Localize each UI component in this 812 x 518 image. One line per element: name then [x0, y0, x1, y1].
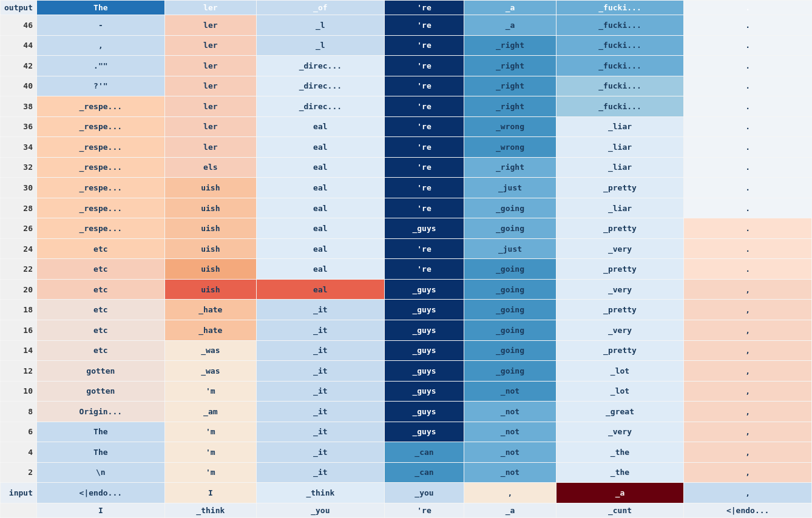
table-row: 44,ler_l're_right_fucki.... — [1, 35, 812, 56]
cell-0-4: _a — [464, 15, 556, 36]
footer-label-1: _think — [164, 503, 256, 518]
cell-21-6: , — [684, 442, 812, 463]
cell-15-3: _guys — [384, 320, 464, 340]
cell-11-6: . — [684, 238, 812, 259]
cell-5-0: _respe... — [37, 116, 165, 137]
cell-20-3: _guys — [384, 422, 464, 442]
cell-4-3: 're — [384, 96, 464, 117]
row-label-26: 26 — [1, 218, 37, 239]
cell-16-1: _was — [164, 340, 256, 361]
cell-1-0: , — [37, 35, 165, 56]
cell-20-5: _very — [556, 422, 684, 442]
row-label-10: 10 — [1, 381, 37, 402]
cell-19-1: _am — [164, 402, 256, 422]
table-row: 6The'm_it_guys_not_very, — [1, 422, 812, 442]
cell-18-2: _it — [257, 381, 385, 402]
cell-1-3: 're — [384, 35, 464, 56]
cell-9-1: uish — [164, 198, 256, 218]
cell-14-4: _going — [464, 300, 556, 320]
cell-12-2: eal — [257, 259, 385, 280]
cell-9-3: 're — [384, 198, 464, 218]
cell-8-6: . — [684, 178, 812, 198]
input-row-label: input — [1, 483, 37, 503]
row-label-6: 6 — [1, 422, 37, 442]
cell-16-2: _it — [257, 340, 385, 361]
cell-1-2: _l — [257, 35, 385, 56]
cell-19-2: _it — [257, 402, 385, 422]
footer-label-6: <|endo... — [684, 503, 812, 518]
cell-13-3: _guys — [384, 279, 464, 300]
row-label-24: 24 — [1, 238, 37, 259]
cell-2-4: _right — [464, 56, 556, 76]
row-label-40: 40 — [1, 76, 37, 96]
cell-20-2: _it — [257, 422, 385, 442]
table-row: 10gotten'm_it_guys_not_lot, — [1, 381, 812, 402]
cell-19-3: _guys — [384, 402, 464, 422]
cell-22-0: \n — [37, 462, 165, 483]
input-cell-5: _a — [556, 483, 684, 503]
cell-10-0: _respe... — [37, 218, 165, 239]
cell-19-0: Origin... — [37, 402, 165, 422]
cell-14-2: _it — [257, 300, 385, 320]
cell-14-1: _hate — [164, 300, 256, 320]
cell-21-0: The — [37, 442, 165, 463]
output-column-header: output — [1, 1, 37, 15]
cell-2-3: 're — [384, 56, 464, 76]
row-label-20: 20 — [1, 279, 37, 300]
row-label-8: 8 — [1, 402, 37, 422]
cell-17-4: _going — [464, 361, 556, 382]
cell-16-5: _pretty — [556, 340, 684, 361]
cell-6-2: eal — [257, 137, 385, 158]
cell-8-4: _just — [464, 178, 556, 198]
input-cell-2: _think — [257, 483, 385, 503]
footer-label-3: 're — [384, 503, 464, 518]
row-label-2: 2 — [1, 462, 37, 483]
cell-8-1: uish — [164, 178, 256, 198]
header-cell-1: ler — [164, 1, 256, 15]
cell-18-3: _guys — [384, 381, 464, 402]
cell-4-2: _direc... — [257, 96, 385, 117]
cell-5-1: ler — [164, 116, 256, 137]
table-row: 22etcuisheal're_going_pretty. — [1, 259, 812, 280]
row-label-12: 12 — [1, 361, 37, 382]
cell-10-4: _going — [464, 218, 556, 239]
cell-4-6: . — [684, 96, 812, 117]
header-cell-3: 're — [384, 1, 464, 15]
row-label-28: 28 — [1, 198, 37, 218]
cell-5-2: eal — [257, 116, 385, 137]
table-row: 28_respe...uisheal're_going_liar. — [1, 198, 812, 218]
table-row: 40?'"ler_direc...'re_right_fucki.... — [1, 76, 812, 96]
cell-2-1: ler — [164, 56, 256, 76]
cell-6-4: _wrong — [464, 137, 556, 158]
cell-15-2: _it — [257, 320, 385, 340]
cell-7-5: _liar — [556, 157, 684, 178]
cell-17-3: _guys — [384, 361, 464, 382]
cell-12-0: etc — [37, 259, 165, 280]
cell-5-6: . — [684, 116, 812, 137]
cell-6-3: 're — [384, 137, 464, 158]
cell-16-0: etc — [37, 340, 165, 361]
table-row: 4The'm_it_can_not_the, — [1, 442, 812, 463]
cell-21-5: _the — [556, 442, 684, 463]
cell-12-4: _going — [464, 259, 556, 280]
row-label-32: 32 — [1, 157, 37, 178]
cell-17-1: _was — [164, 361, 256, 382]
cell-2-2: _direc... — [257, 56, 385, 76]
cell-18-5: _lot — [556, 381, 684, 402]
cell-21-2: _it — [257, 442, 385, 463]
cell-13-2: eal — [257, 279, 385, 300]
row-label-36: 36 — [1, 116, 37, 137]
cell-7-6: . — [684, 157, 812, 178]
cell-0-0: - — [37, 15, 165, 36]
header-cell-6: . — [684, 1, 812, 15]
table-row: 16etc_hate_it_guys_going_very, — [1, 320, 812, 340]
cell-1-5: _fucki... — [556, 35, 684, 56]
cell-4-4: _right — [464, 96, 556, 117]
header-cell-0: The — [37, 1, 165, 15]
cell-13-4: _going — [464, 279, 556, 300]
cell-7-4: _right — [464, 157, 556, 178]
cell-9-6: . — [684, 198, 812, 218]
table-row: 8Origin..._am_it_guys_not_great, — [1, 402, 812, 422]
cell-20-6: , — [684, 422, 812, 442]
cell-18-4: _not — [464, 381, 556, 402]
